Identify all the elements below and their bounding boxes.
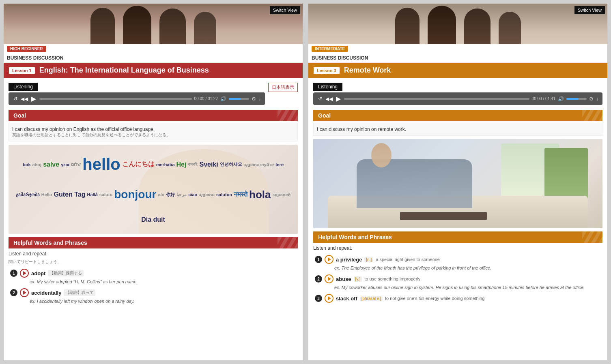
word-def-inline-privilege: a special right given to someone xyxy=(376,257,440,262)
level-badge-left: HIGH BEGINNER xyxy=(7,46,46,52)
word-cloud-words: bok ahoj salve γεια שלום hello こんにちは mer… xyxy=(9,145,298,234)
word-cloud-word-hola: hola xyxy=(249,188,271,201)
word-example-abuse: ex. My coworker abuses our online sign-i… xyxy=(334,285,602,290)
word-cloud-word: salutu xyxy=(99,192,112,197)
lesson-title-bar-right: Lesson 3 Remote Work xyxy=(308,63,607,78)
audio-label-right: Listening xyxy=(313,83,342,91)
word-cloud-image-left: bok ahoj salve γεια שלום hello こんにちは mer… xyxy=(9,145,298,234)
hero-image-right xyxy=(308,4,607,44)
word-cloud-word: saluton xyxy=(216,192,232,197)
audio-volume-right[interactable] xyxy=(566,98,587,100)
play-triangle-slack-off xyxy=(328,296,331,300)
settings-icon-right[interactable]: ⚙ xyxy=(589,96,594,102)
word-cloud-word: שלום xyxy=(71,162,81,167)
audio-controls-right[interactable]: ↺ ◀◀ ▶ xyxy=(317,95,342,103)
word-name-adopt: adopt xyxy=(31,270,45,276)
category-bar-right: BUSINESS DISCUSSION xyxy=(308,54,607,63)
play-button-slack-off[interactable] xyxy=(325,294,333,303)
audio-volume-fill-left xyxy=(229,98,241,100)
word-cloud-word: Guten Tag xyxy=(54,191,86,198)
word-item-accidentally-header: 2 accidentally 【副詞】誤って xyxy=(10,288,298,297)
goal-header-left: Goal xyxy=(9,110,298,121)
helpful-words-header-text-left: Helpful Words and Phrases xyxy=(13,240,87,246)
replay-button-left[interactable]: ↺ xyxy=(13,96,18,102)
category-bar-left: BUSINESS DISCUSSION xyxy=(4,54,303,63)
audio-progress-left[interactable] xyxy=(39,98,192,100)
right-panel-content: Listening ↺ ◀◀ ▶ 00:00 / 01:41 🔊 ⚙ xyxy=(308,78,607,360)
switch-view-button-left[interactable]: Switch View xyxy=(270,6,300,14)
play-button-right[interactable]: ▶ xyxy=(335,95,342,103)
word-cloud-word: 你好 xyxy=(166,192,175,198)
goal-header-text-left: Goal xyxy=(13,112,26,119)
word-number-2-left: 2 xyxy=(10,289,17,296)
word-cloud-word: こんにちは xyxy=(122,160,155,169)
word-cloud-word: ahoj xyxy=(32,162,42,167)
goal-text-left: I can discuss my opinion on English as t… xyxy=(9,123,298,141)
helpful-words-header-text-right: Helpful Words and Phrases xyxy=(318,234,392,240)
word-tag-accidentally: 【副詞】誤って xyxy=(64,289,95,296)
lesson-number-right: Lesson 3 xyxy=(313,67,340,74)
play-button-adopt[interactable] xyxy=(20,269,29,278)
lesson-title-right: Remote Work xyxy=(344,66,391,75)
audio-player-right[interactable]: ↺ ◀◀ ▶ 00:00 / 01:41 🔊 ⚙ ↓ xyxy=(313,92,602,105)
word-cloud-word: Hello xyxy=(41,192,52,197)
play-button-accidentally[interactable] xyxy=(20,288,29,297)
word-cloud-word: გამარჯობა xyxy=(16,192,40,197)
settings-icon-left[interactable]: ⚙ xyxy=(252,96,256,102)
audio-player-left[interactable]: ↺ ◀◀ ▶ 00:00 / 01:22 🔊 xyxy=(9,92,265,105)
helpful-words-intro-right: Listen and repeat. xyxy=(313,245,602,251)
word-tag-privilege: [n.] xyxy=(364,257,373,262)
word-item-accidentally: 2 accidentally 【副詞】誤って ex. I accidentall… xyxy=(9,288,298,304)
word-cloud-word: здравствуйте xyxy=(244,162,274,167)
word-name-accidentally: accidentally xyxy=(31,290,61,296)
word-tag-adopt: 【動詞】採用する xyxy=(48,270,84,276)
level-badge-right: INTERMEDIATE xyxy=(312,46,348,52)
switch-view-button-right[interactable]: Switch View xyxy=(574,6,605,14)
word-item-abuse-header: 2 abuse [v.] to use something improperly xyxy=(315,274,602,283)
word-tag-abuse: [v.] xyxy=(354,276,362,282)
play-triangle-abuse xyxy=(328,277,331,281)
word-cloud-word-bonjour: bonjour xyxy=(114,188,156,201)
rewind-button-left[interactable]: ◀◀ xyxy=(20,96,29,102)
word-cloud-word: Hallå xyxy=(87,192,98,197)
audio-progress-right[interactable] xyxy=(344,98,529,100)
word-cloud-word: বাসৰাই xyxy=(188,162,198,167)
download-icon-left[interactable]: ↓ xyxy=(258,96,261,102)
left-panel: Switch View HIGH BEGINNER BUSINESS DISCU… xyxy=(3,3,303,361)
word-cloud-word: tere xyxy=(275,162,284,167)
volume-icon-right: 🔊 xyxy=(558,96,564,102)
volume-icon-left: 🔊 xyxy=(220,96,226,102)
word-number-1-left: 1 xyxy=(10,270,17,277)
goal-header-text-right: Goal xyxy=(318,112,331,119)
word-tag-slack-off: [phrasal v.] xyxy=(360,296,383,301)
audio-controls-left[interactable]: ↺ ◀◀ ▶ xyxy=(13,95,37,103)
japanese-button-left[interactable]: 日本語表示 xyxy=(268,83,298,92)
word-item-privilege: 1 a privilege [n.] a special right given… xyxy=(313,255,602,270)
word-cloud-word: Sveiki xyxy=(199,161,218,168)
rewind-button-right[interactable]: ◀◀ xyxy=(325,96,333,102)
play-button-left[interactable]: ▶ xyxy=(30,95,37,103)
play-triangle-privilege xyxy=(328,257,331,261)
word-name-slack-off: slack off xyxy=(336,295,357,302)
word-number-2-right: 2 xyxy=(315,275,322,283)
audio-volume-left[interactable] xyxy=(229,98,249,100)
goal-header-right: Goal xyxy=(313,110,602,121)
play-button-abuse[interactable] xyxy=(325,274,333,283)
word-cloud-word: नमस्ते xyxy=(234,191,247,198)
audio-volume-fill-right xyxy=(566,98,579,100)
word-cloud-word-hello: hello xyxy=(82,155,120,173)
helpful-words-header-left: Helpful Words and Phrases xyxy=(9,237,298,248)
word-item-abuse: 2 abuse [v.] to use something improperly… xyxy=(313,274,602,290)
audio-section-left: Listening ↺ ◀◀ ▶ 00:00 / 01:22 xyxy=(9,83,298,105)
helpful-words-intro-left: Listen and repeat. 聞いてリピートしましょう。 xyxy=(9,251,298,265)
word-cloud-word: alo xyxy=(158,192,164,197)
word-cloud-word: ciao xyxy=(188,192,197,197)
word-def-inline-abuse: to use something improperly xyxy=(364,276,420,281)
word-item-adopt: 1 adopt 【動詞】採用する ex. My sister adopted "… xyxy=(9,269,298,284)
word-cloud-word: γεια xyxy=(61,162,69,167)
replay-button-right[interactable]: ↺ xyxy=(317,96,323,102)
word-example-accidentally: ex. I accidentally left my window open o… xyxy=(30,299,298,304)
download-icon-right[interactable]: ↓ xyxy=(596,96,598,102)
audio-time-right: 00:00 / 01:41 xyxy=(532,96,555,101)
play-button-privilege[interactable] xyxy=(325,255,333,264)
